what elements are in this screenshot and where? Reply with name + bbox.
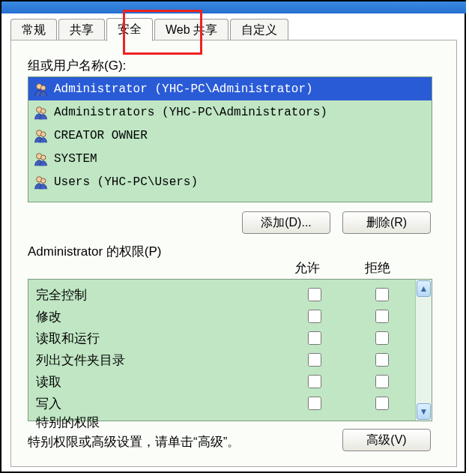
- user-buttons: 添加(D)... 删除(R): [242, 211, 431, 234]
- group-users-label: 组或用户名称(G):: [28, 57, 126, 74]
- user-label: CREATOR OWNER: [54, 129, 148, 142]
- allow-checkbox[interactable]: [308, 397, 321, 410]
- tab-strip: 常规 共享 安全 Web 共享 自定义: [10, 16, 290, 40]
- deny-checkbox[interactable]: [375, 331, 389, 345]
- perm-row: 特别的权限: [36, 415, 415, 430]
- users-icon: [33, 151, 49, 167]
- security-panel: 组或用户名称(G): Administrator (YHC-PC\Adminis…: [10, 40, 457, 467]
- advanced-button[interactable]: 高级(V): [342, 429, 431, 451]
- user-label: SYSTEM: [54, 152, 97, 166]
- svg-point-7: [41, 154, 46, 159]
- deny-checkbox[interactable]: [375, 288, 389, 301]
- svg-point-5: [41, 131, 46, 136]
- perm-name: 读取: [36, 373, 280, 391]
- allow-checkbox[interactable]: [308, 331, 321, 345]
- user-row[interactable]: CREATOR OWNER: [28, 124, 432, 147]
- svg-point-3: [41, 108, 46, 112]
- svg-point-1: [41, 85, 46, 89]
- deny-checkbox[interactable]: [375, 353, 389, 367]
- scrollbar[interactable]: ▲ ▼: [415, 280, 432, 421]
- user-label: Administrator (YHC-PC\Administrator): [54, 82, 313, 96]
- deny-checkbox[interactable]: [375, 375, 389, 388]
- allow-checkbox[interactable]: [308, 288, 321, 301]
- users-icon: [33, 104, 49, 121]
- users-listbox[interactable]: Administrator (YHC-PC\Administrator) Adm…: [28, 76, 432, 202]
- user-row[interactable]: Administrators (YHC-PC\Administrators): [28, 100, 432, 124]
- perm-name: 完全控制: [36, 286, 280, 304]
- footer-hint: 特别权限或高级设置，请单击“高级”。: [28, 433, 240, 451]
- perm-row: 修改: [36, 306, 415, 328]
- svg-point-9: [41, 178, 46, 182]
- perm-row: 读取和运行: [36, 328, 415, 349]
- users-icon: [33, 127, 49, 144]
- perm-row: 读取: [36, 371, 415, 393]
- permissions-for-label: Administrator 的权限(P): [28, 243, 162, 260]
- permissions-content: 完全控制 修改 读取和运行 列出文件夹目录 读取: [28, 280, 415, 421]
- add-button[interactable]: 添加(D)...: [242, 211, 330, 234]
- user-icon: [33, 81, 49, 97]
- scroll-track[interactable]: [416, 298, 432, 403]
- perm-row: 列出文件夹目录: [36, 349, 415, 371]
- tab-general[interactable]: 常规: [10, 19, 57, 41]
- perm-name: 特别的权限: [36, 415, 280, 430]
- tab-web-sharing[interactable]: Web 共享: [154, 19, 229, 41]
- titlebar: [1, 1, 466, 13]
- allow-checkbox[interactable]: [308, 310, 321, 323]
- user-label: Users (YHC-PC\Users): [54, 175, 198, 189]
- deny-checkbox[interactable]: [375, 397, 389, 410]
- scroll-down-icon[interactable]: ▼: [417, 403, 431, 420]
- perm-name: 列出文件夹目录: [36, 352, 280, 369]
- user-row[interactable]: Users (YHC-PC\Users): [28, 170, 432, 193]
- column-deny: 拒绝: [365, 259, 390, 277]
- perm-name: 读取和运行: [36, 330, 280, 347]
- tab-sharing[interactable]: 共享: [58, 19, 105, 41]
- tab-security[interactable]: 安全: [106, 18, 153, 41]
- users-icon: [33, 174, 49, 190]
- perm-name: 写入: [36, 395, 280, 412]
- user-label: Administrators (YHC-PC\Administrators): [54, 106, 327, 119]
- user-row[interactable]: SYSTEM: [28, 147, 432, 170]
- perm-row: 写入: [36, 393, 415, 415]
- column-allow: 允许: [294, 259, 320, 277]
- perm-row: 完全控制: [36, 284, 415, 306]
- tab-customize[interactable]: 自定义: [230, 19, 288, 41]
- allow-checkbox[interactable]: [308, 375, 321, 388]
- permissions-listbox: 完全控制 修改 读取和运行 列出文件夹目录 读取: [28, 279, 432, 421]
- scroll-up-icon[interactable]: ▲: [417, 280, 431, 297]
- perm-name: 修改: [36, 308, 280, 325]
- deny-checkbox[interactable]: [375, 310, 389, 323]
- remove-button[interactable]: 删除(R): [342, 211, 431, 234]
- user-row[interactable]: Administrator (YHC-PC\Administrator): [28, 77, 432, 100]
- allow-checkbox[interactable]: [308, 353, 321, 367]
